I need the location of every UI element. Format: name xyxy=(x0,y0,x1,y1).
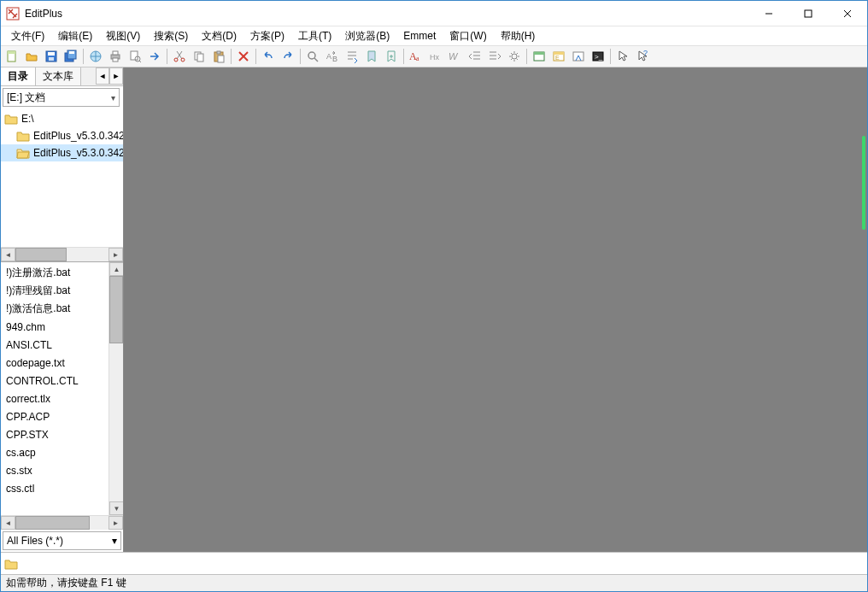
help-icon[interactable]: ? xyxy=(633,47,652,66)
cut-icon[interactable] xyxy=(170,47,189,66)
activity-marker xyxy=(862,136,865,230)
redo-icon[interactable] xyxy=(279,47,297,66)
indent-right-icon[interactable] xyxy=(485,47,504,66)
settings-icon[interactable] xyxy=(505,47,524,66)
ftp-icon[interactable] xyxy=(86,47,105,66)
browser-icon[interactable] xyxy=(530,47,548,66)
tab-directory[interactable]: 目录 xyxy=(1,67,36,85)
status-text: 如需帮助，请按键盘 F1 键 xyxy=(6,576,126,590)
svg-rect-23 xyxy=(197,54,203,62)
file-row[interactable]: CPP.STX xyxy=(1,425,123,443)
drive-select[interactable]: [E:] 文档 ▾ xyxy=(3,88,120,107)
scroll-left-icon[interactable]: ◄ xyxy=(1,248,15,261)
tab-next-button[interactable]: ► xyxy=(109,67,123,85)
find-icon[interactable] xyxy=(303,47,322,66)
preview-icon[interactable]: E xyxy=(549,47,568,66)
folder-row[interactable]: EditPlus_v5.3.0.3421_x64 xyxy=(1,127,123,144)
hex-icon[interactable]: Hx xyxy=(426,47,445,66)
file-hscroll[interactable]: ◄ ► xyxy=(1,515,123,530)
file-row[interactable]: !)激活信息.bat xyxy=(1,300,123,318)
svg-text:Hx: Hx xyxy=(430,53,439,62)
bookmark-next-icon[interactable] xyxy=(382,47,401,66)
svg-point-37 xyxy=(512,54,517,59)
menu-search[interactable]: 搜索(S) xyxy=(147,27,195,45)
menu-tools[interactable]: 工具(T) xyxy=(291,27,338,45)
wrap-icon[interactable]: W xyxy=(446,47,465,66)
svg-rect-2 xyxy=(805,10,812,17)
editor-activity-bar xyxy=(860,67,867,552)
drive-label: [E:] 文档 xyxy=(7,91,45,105)
folder-label: EditPlus_v5.3.0.3421_x64 xyxy=(33,130,123,142)
file-row[interactable]: CONTROL.CTL xyxy=(1,372,123,390)
scroll-left-icon[interactable]: ◄ xyxy=(1,516,15,530)
pointer-icon[interactable] xyxy=(613,47,632,66)
close-button[interactable] xyxy=(828,1,867,26)
scroll-down-icon[interactable]: ▼ xyxy=(109,501,123,515)
menu-file[interactable]: 文件(F) xyxy=(4,27,51,45)
menu-emmet[interactable]: Emmet xyxy=(396,28,443,44)
folder-label: EditPlus_v5.3.0.3421_x64 xyxy=(33,147,123,159)
replace-icon[interactable]: AB xyxy=(323,47,342,66)
scroll-up-icon[interactable]: ▲ xyxy=(109,262,123,276)
statusbar: 如需帮助，请按键盘 F1 键 xyxy=(1,574,867,591)
file-row[interactable]: !)注册激活.bat xyxy=(1,264,123,282)
menu-project[interactable]: 方案(P) xyxy=(243,27,291,45)
save-icon[interactable] xyxy=(42,47,61,66)
file-row[interactable]: correct.tlx xyxy=(1,390,123,407)
external-browser-icon[interactable] xyxy=(569,47,588,66)
tab-cliptext[interactable]: 文本库 xyxy=(36,67,81,85)
toolbar: AB Aa Hx W E >_ ? xyxy=(1,45,867,67)
svg-rect-6 xyxy=(8,51,15,54)
new-file-icon[interactable] xyxy=(3,47,21,66)
copy-icon[interactable] xyxy=(190,47,208,66)
main-area: 目录 文本库 ◄ ► [E:] 文档 ▾ E:\ EditPlus_v5.3.0… xyxy=(1,67,867,552)
tree-hscroll[interactable]: ◄ ► xyxy=(1,247,123,261)
file-row[interactable]: cs.stx xyxy=(1,461,123,479)
print-preview-icon[interactable] xyxy=(126,47,144,66)
file-row[interactable]: css.ctl xyxy=(1,479,123,497)
goto-icon[interactable] xyxy=(145,47,164,66)
bookmark-icon[interactable] xyxy=(362,47,381,66)
file-filter-label: All Files (*.*) xyxy=(7,535,63,547)
print-icon[interactable] xyxy=(106,47,125,66)
menu-browser[interactable]: 浏览器(B) xyxy=(338,27,396,45)
file-row[interactable]: ANSI.CTL xyxy=(1,336,123,354)
folder-icon[interactable] xyxy=(4,558,18,570)
save-all-icon[interactable] xyxy=(62,47,80,66)
delete-icon[interactable] xyxy=(234,47,253,66)
file-row[interactable]: CPP.ACP xyxy=(1,407,123,425)
minimize-button[interactable] xyxy=(749,1,789,26)
menu-document[interactable]: 文档(D) xyxy=(195,27,243,45)
indent-left-icon[interactable] xyxy=(466,47,484,66)
undo-icon[interactable] xyxy=(259,47,278,66)
file-list[interactable]: !)注册激活.bat !)清理残留.bat !)激活信息.bat 949.chm… xyxy=(1,262,123,530)
open-file-icon[interactable] xyxy=(22,47,41,66)
file-row[interactable]: !)清理残留.bat xyxy=(1,282,123,300)
font-icon[interactable]: Aa xyxy=(407,47,425,66)
menu-help[interactable]: 帮助(H) xyxy=(494,27,542,45)
svg-text:E: E xyxy=(555,55,560,61)
chevron-down-icon: ▾ xyxy=(112,535,117,547)
folder-row[interactable]: EditPlus_v5.3.0.3421_x64 xyxy=(1,144,123,161)
svg-text:A: A xyxy=(326,52,331,61)
file-row[interactable]: codepage.txt xyxy=(1,354,123,372)
tab-prev-button[interactable]: ◄ xyxy=(96,67,109,85)
terminal-icon[interactable]: >_ xyxy=(589,47,607,66)
svg-rect-17 xyxy=(131,51,138,60)
maximize-button[interactable] xyxy=(789,1,828,26)
menu-view[interactable]: 视图(V) xyxy=(99,27,147,45)
file-row[interactable]: cs.acp xyxy=(1,443,123,461)
file-filter-select[interactable]: All Files (*.*) ▾ xyxy=(3,531,121,550)
goto-line-icon[interactable] xyxy=(343,47,361,66)
svg-text:W: W xyxy=(449,51,459,62)
scroll-right-icon[interactable]: ► xyxy=(108,516,123,530)
file-vscroll[interactable]: ▲ ▼ xyxy=(108,262,123,515)
chevron-down-icon: ▾ xyxy=(111,93,115,103)
scroll-right-icon[interactable]: ► xyxy=(108,248,123,261)
folder-row[interactable]: E:\ xyxy=(1,110,123,127)
folder-tree[interactable]: E:\ EditPlus_v5.3.0.3421_x64 EditPlus_v5… xyxy=(1,108,123,262)
paste-icon[interactable] xyxy=(209,47,228,66)
menu-edit[interactable]: 编辑(E) xyxy=(51,27,99,45)
menu-window[interactable]: 窗口(W) xyxy=(443,27,493,45)
file-row[interactable]: 949.chm xyxy=(1,318,123,336)
